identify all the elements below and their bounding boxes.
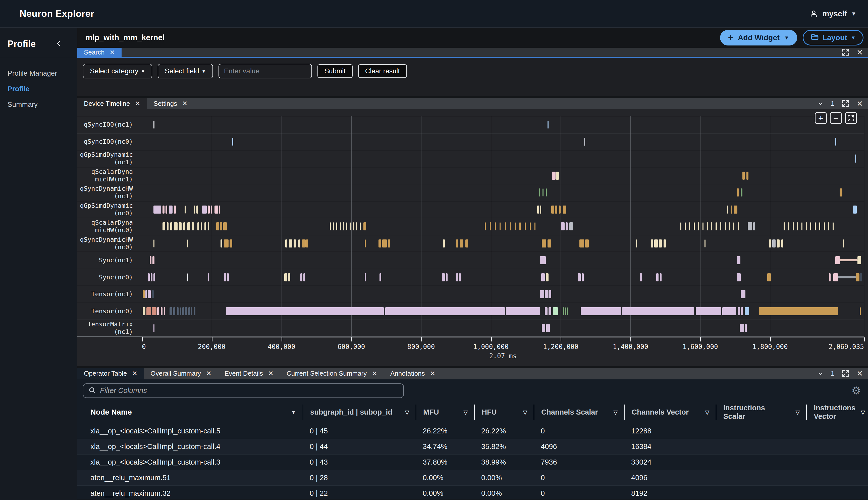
timeline-event[interactable] bbox=[208, 223, 209, 230]
timeline-event[interactable] bbox=[547, 239, 551, 248]
timeline-event[interactable] bbox=[640, 273, 642, 281]
filter-icon[interactable]: ▽ bbox=[464, 409, 468, 415]
timeline-event[interactable] bbox=[152, 256, 154, 264]
sidebar-item-summary[interactable]: Summary bbox=[0, 97, 77, 112]
timeline-event[interactable] bbox=[722, 307, 737, 315]
timeline-event[interactable] bbox=[840, 189, 842, 196]
timeline-event[interactable] bbox=[211, 205, 212, 214]
timeline-event[interactable] bbox=[833, 273, 838, 281]
close-tab-icon[interactable]: ✕ bbox=[132, 370, 138, 377]
timeline-event[interactable] bbox=[379, 239, 381, 248]
timeline-event[interactable] bbox=[747, 172, 749, 180]
filter-icon[interactable]: ▼ bbox=[291, 409, 296, 415]
timeline-event[interactable] bbox=[194, 205, 195, 214]
timeline-event[interactable] bbox=[201, 223, 202, 230]
timeline-event[interactable] bbox=[153, 205, 161, 214]
timeline-event[interactable] bbox=[546, 189, 547, 196]
timeline-event[interactable] bbox=[537, 205, 539, 214]
collapse-widget-icon[interactable] bbox=[817, 100, 824, 107]
timeline-event[interactable] bbox=[696, 307, 721, 315]
timeline-event[interactable] bbox=[824, 223, 825, 230]
timeline-event[interactable] bbox=[553, 307, 558, 315]
timeline-event[interactable] bbox=[656, 273, 658, 281]
timeline-event[interactable] bbox=[582, 273, 584, 281]
timeline-event[interactable] bbox=[185, 307, 187, 315]
timeline-event[interactable] bbox=[563, 307, 564, 315]
column-header-hfu[interactable]: HFU▽ bbox=[474, 405, 534, 420]
timeline-event[interactable] bbox=[810, 223, 811, 230]
timeline-event[interactable] bbox=[769, 239, 771, 248]
timeline-event[interactable] bbox=[333, 223, 334, 230]
timeline-event[interactable] bbox=[566, 223, 568, 230]
timeline-event[interactable] bbox=[569, 223, 573, 230]
table-row[interactable]: aten__relu_maximum.510 | 280.00%0.00%040… bbox=[77, 470, 868, 486]
filter-icon[interactable]: ▽ bbox=[614, 409, 617, 415]
timeline-event[interactable] bbox=[559, 205, 560, 214]
timeline-event[interactable] bbox=[363, 223, 366, 230]
timeline-event[interactable] bbox=[828, 223, 829, 230]
close-widget-icon[interactable]: ✕ bbox=[857, 369, 863, 378]
timeline-event[interactable] bbox=[741, 307, 743, 315]
timeline-event[interactable] bbox=[546, 273, 548, 281]
close-tab-icon[interactable]: ✕ bbox=[268, 370, 274, 377]
timeline-event[interactable] bbox=[161, 307, 162, 315]
timeline-event[interactable] bbox=[188, 307, 190, 315]
timeline-event[interactable] bbox=[552, 172, 556, 180]
timeline-event[interactable] bbox=[165, 205, 167, 214]
expand-widget-icon[interactable] bbox=[842, 100, 850, 107]
timeline-track[interactable] bbox=[142, 320, 864, 337]
timeline-event[interactable] bbox=[170, 307, 172, 315]
timeline-event[interactable] bbox=[857, 256, 861, 264]
timeline-event[interactable] bbox=[835, 138, 836, 146]
timeline-event[interactable] bbox=[152, 307, 157, 315]
timeline-event[interactable] bbox=[146, 290, 147, 298]
timeline-event[interactable] bbox=[353, 223, 354, 230]
close-tab-icon[interactable]: ✕ bbox=[430, 370, 435, 377]
timeline-event[interactable] bbox=[510, 223, 511, 230]
timeline-event[interactable] bbox=[208, 273, 209, 281]
column-header-mfu[interactable]: MFU▽ bbox=[416, 405, 474, 420]
timeline-event[interactable] bbox=[737, 256, 740, 264]
timeline-event[interactable] bbox=[819, 223, 820, 230]
timeline-track[interactable] bbox=[142, 303, 864, 320]
tab-search[interactable]: Search✕ bbox=[77, 48, 121, 57]
timeline-event[interactable] bbox=[164, 307, 165, 315]
zoom-in-button[interactable]: + bbox=[815, 112, 827, 124]
timeline-event[interactable] bbox=[548, 290, 551, 298]
column-header-node-name[interactable]: Node Name▼ bbox=[77, 405, 303, 420]
timeline-track[interactable] bbox=[142, 116, 864, 133]
timeline-event[interactable] bbox=[543, 189, 544, 196]
tab-current-selection-summary[interactable]: Current Selection Summary✕ bbox=[280, 368, 384, 379]
collapse-widget-icon[interactable] bbox=[817, 370, 824, 377]
timeline-event[interactable] bbox=[729, 223, 730, 230]
table-row[interactable]: xla__op_<locals>CallImpl_custom-call.30 … bbox=[77, 454, 868, 470]
timeline-event[interactable] bbox=[169, 205, 173, 214]
column-header-subgraph-id-subop-id[interactable]: subgraph_id | subop_id▽ bbox=[303, 405, 416, 420]
timeline-event[interactable] bbox=[561, 223, 565, 230]
timeline-event[interactable] bbox=[382, 239, 387, 248]
timeline-event[interactable] bbox=[727, 205, 728, 214]
timeline-event[interactable] bbox=[224, 273, 226, 281]
timeline-event[interactable] bbox=[694, 223, 695, 230]
timeline-event[interactable] bbox=[540, 205, 541, 214]
timeline-event[interactable] bbox=[815, 223, 816, 230]
timeline-event[interactable] bbox=[720, 223, 721, 230]
timeline-track[interactable] bbox=[142, 252, 864, 269]
timeline-event[interactable] bbox=[182, 307, 184, 315]
timeline-event[interactable] bbox=[835, 256, 840, 264]
filter-icon[interactable]: ▽ bbox=[523, 409, 527, 415]
timeline-event[interactable] bbox=[143, 290, 145, 298]
timeline-event[interactable] bbox=[293, 239, 296, 248]
timeline-event[interactable] bbox=[191, 307, 192, 315]
table-row[interactable]: aten__relu_maximum.320 | 220.00%0.00%081… bbox=[77, 486, 868, 500]
timeline-event[interactable] bbox=[192, 223, 194, 230]
submit-button[interactable]: Submit bbox=[317, 64, 352, 78]
timeline-event[interactable] bbox=[456, 239, 458, 248]
timeline-event[interactable] bbox=[187, 273, 188, 281]
timeline-event[interactable] bbox=[659, 239, 662, 248]
close-tab-icon[interactable]: ✕ bbox=[206, 370, 211, 377]
zoom-out-button[interactable]: − bbox=[830, 112, 842, 124]
timeline-track[interactable] bbox=[142, 167, 864, 184]
timeline-event[interactable] bbox=[738, 307, 740, 315]
timeline-event[interactable] bbox=[545, 290, 548, 298]
